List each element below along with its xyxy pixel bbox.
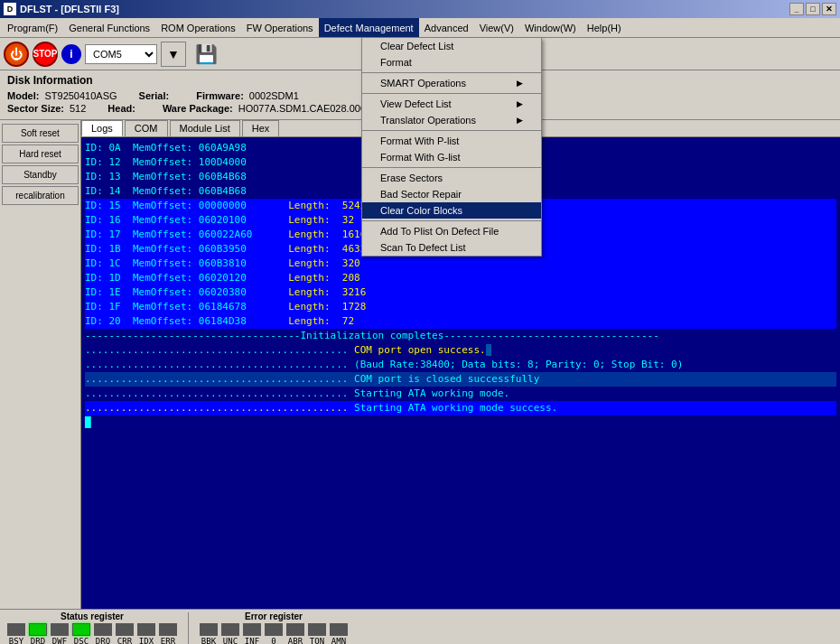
left-panel: Soft reset Hard reset Standby recalibrat…	[0, 120, 81, 609]
submenu-arrow-icon: ▶	[517, 99, 523, 108]
menu-smart-ops[interactable]: SMART Operations ▶	[362, 75, 541, 91]
info-button[interactable]: i	[61, 44, 81, 64]
menu-view[interactable]: View(V)	[474, 18, 519, 37]
menu-help[interactable]: Help(H)	[582, 18, 627, 37]
close-button[interactable]: ✕	[822, 3, 836, 15]
standby-button[interactable]: Standby	[2, 165, 79, 184]
log-line-ata-success: ........................................…	[85, 401, 836, 415]
menu-item-label: Translator Operations	[380, 115, 476, 126]
menu-format[interactable]: Format	[362, 54, 541, 70]
menu-bad-sector-repair[interactable]: Bad Sector Repair	[362, 186, 541, 202]
menu-translator-ops[interactable]: Translator Operations ▶	[362, 112, 541, 128]
hard-reset-button[interactable]: Hard reset	[2, 145, 79, 163]
separator	[362, 220, 541, 221]
reg-bbk-led	[200, 623, 218, 636]
menu-format-with-p[interactable]: Format With P-list	[362, 133, 541, 149]
log-line: ID: 1D MemOffset: 06020120 Length: 208	[85, 271, 836, 285]
reg-inf-led	[243, 623, 261, 636]
app-icon: D	[4, 3, 16, 15]
menu-program[interactable]: Program(F)	[2, 18, 63, 37]
reg-0-label: 0	[271, 637, 275, 645]
maximize-button[interactable]: □	[806, 3, 820, 15]
reg-drd: DRD	[29, 623, 47, 645]
reg-amn-label: AMN	[331, 637, 346, 645]
reg-bsy: BSY	[7, 623, 25, 645]
log-line-cursor: █	[85, 415, 836, 430]
serial-field: Serial:	[139, 90, 175, 101]
reg-ton-label: TON	[310, 637, 324, 645]
stop-button[interactable]: STOP	[33, 42, 58, 67]
tab-logs[interactable]: Logs	[81, 120, 123, 136]
tab-module-list[interactable]: Module List	[170, 120, 240, 136]
reg-drd-led	[29, 623, 47, 636]
menu-rom[interactable]: ROM Operations	[155, 18, 241, 37]
reg-bbk: BBK	[200, 623, 218, 645]
log-line-baud: ........................................…	[85, 358, 836, 372]
firmware-value: 0002SDM1	[249, 90, 299, 101]
menu-item-label: Clear Color Blocks	[380, 205, 462, 216]
log-line: ID: 20 MemOffset: 06184D38 Length: 72	[85, 314, 836, 329]
menu-item-label: Bad Sector Repair	[380, 189, 462, 200]
menu-erase-sectors[interactable]: Erase Sectors	[362, 170, 541, 186]
reg-idx-led	[137, 623, 155, 636]
menu-advanced[interactable]: Advanced	[419, 18, 474, 37]
separator	[362, 93, 541, 94]
menu-defect[interactable]: Defect Management	[319, 18, 419, 37]
tab-hex[interactable]: Hex	[242, 120, 280, 136]
reg-dwf: DWF	[51, 623, 69, 645]
reg-dsc: DSC	[72, 623, 90, 645]
reg-unc: UNC	[221, 623, 239, 645]
menu-item-label: View Defect List	[380, 98, 452, 109]
reg-bsy-label: BSY	[9, 637, 23, 645]
separator	[362, 72, 541, 73]
soft-reset-button[interactable]: Soft reset	[2, 124, 79, 143]
menu-general[interactable]: General Functions	[63, 18, 155, 37]
error-register-group: Error register BBK UNC INF 0 ABR	[200, 611, 348, 645]
model-label: Model:	[7, 90, 39, 101]
minimize-button[interactable]: _	[789, 3, 804, 15]
menu-add-to-plist[interactable]: Add To Plist On Defect File	[362, 223, 541, 239]
reg-drd-label: DRD	[31, 637, 45, 645]
menu-fw[interactable]: FW Operations	[241, 18, 319, 37]
tab-com[interactable]: COM	[125, 120, 168, 136]
reg-idx-label: IDX	[139, 637, 154, 645]
log-line-com-open: ........................................…	[85, 343, 836, 358]
model-field: Model: ST9250410ASG	[7, 90, 117, 101]
register-separator	[188, 612, 189, 645]
reg-ton: TON	[308, 623, 326, 645]
menu-item-label: Format With P-list	[380, 135, 459, 146]
title-bar-controls: _ □ ✕	[789, 3, 836, 15]
menu-view-defect-list[interactable]: View Defect List ▶	[362, 96, 541, 112]
defect-management-menu[interactable]: Clear Defect List Format SMART Operation…	[361, 38, 542, 257]
status-registers: Status register BSY DRD DWF DSC DRQ	[0, 609, 840, 644]
ware-package-label: Ware Package:	[163, 103, 233, 114]
firmware-label: Firmware:	[196, 90, 244, 101]
menu-clear-color-blocks[interactable]: Clear Color Blocks	[362, 202, 541, 219]
menu-window[interactable]: Window(W)	[519, 18, 582, 37]
com-dropdown-button[interactable]: ▼	[161, 42, 186, 67]
model-value: ST9250410ASG	[44, 90, 117, 101]
submenu-arrow-icon: ▶	[517, 116, 523, 125]
reg-err: ERR	[159, 623, 177, 645]
reg-drq-led	[94, 623, 112, 636]
menu-clear-defect-list[interactable]: Clear Defect List	[362, 38, 541, 54]
power-button[interactable]: ⏻	[4, 42, 29, 67]
reg-inf: INF	[243, 623, 261, 645]
reg-crr-label: CRR	[117, 637, 132, 645]
menu-format-with-g[interactable]: Format With G-list	[362, 149, 541, 165]
error-register-title: Error register	[245, 611, 303, 621]
separator	[362, 130, 541, 131]
reg-bbk-label: BBK	[201, 637, 216, 645]
reg-ton-led	[308, 623, 326, 636]
recalibration-button[interactable]: recalibration	[2, 186, 79, 205]
reg-amn-led	[330, 623, 348, 636]
head-field: Head:	[107, 103, 141, 114]
reg-dsc-label: DSC	[74, 637, 89, 645]
reg-crr-led	[116, 623, 134, 636]
sector-size-field: Sector Size: 512	[7, 103, 86, 114]
com-port-select[interactable]: COM5 COM1 COM2 COM3 COM4 COM6	[85, 44, 157, 64]
status-register-bits: BSY DRD DWF DSC DRQ CRR	[7, 623, 177, 645]
reg-unc-led	[221, 623, 239, 636]
log-line: ID: 1E MemOffset: 06020380 Length: 3216	[85, 285, 836, 300]
menu-scan-to-defect[interactable]: Scan To Defect List	[362, 239, 541, 256]
